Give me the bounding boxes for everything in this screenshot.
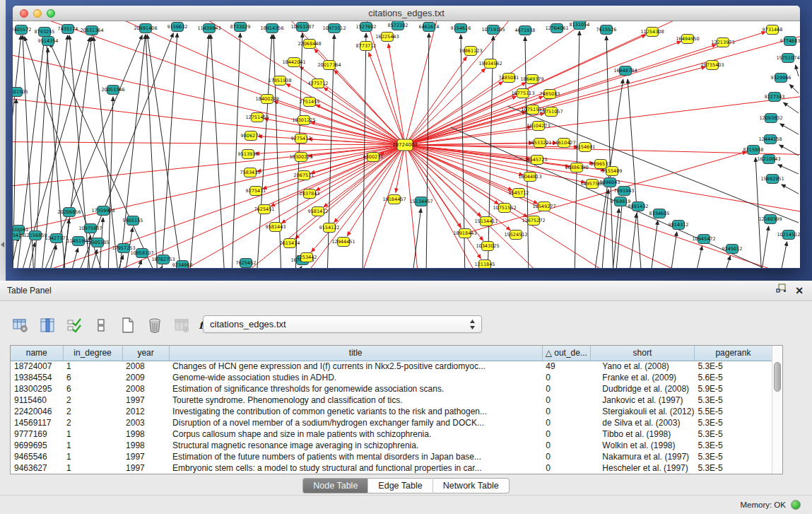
network-node[interactable]: 7615414 xyxy=(280,239,300,248)
network-node[interactable]: 1527602 xyxy=(356,23,377,32)
network-node[interactable]: 9154691 xyxy=(575,143,596,152)
network-node[interactable]: 7691943 xyxy=(614,187,635,196)
network-node[interactable]: 9234968 xyxy=(172,261,193,269)
network-node[interactable]: 12093832 xyxy=(759,114,782,123)
network-node[interactable]: 10973512 xyxy=(322,24,346,33)
network-node[interactable]: 1211845 xyxy=(475,260,495,269)
network-node[interactable]: 9774683 xyxy=(780,37,800,46)
network-node[interactable]: 12156859 xyxy=(23,231,47,240)
network-node[interactable]: 7583435 xyxy=(240,168,261,177)
network-node[interactable]: 15134457 xyxy=(409,197,433,206)
table-source-select[interactable]: citations_edges.txt xyxy=(203,315,482,333)
tab-edge-table[interactable]: Edge Table xyxy=(367,478,432,493)
cell-pagerank[interactable]: 5.3E-5 xyxy=(694,395,772,406)
cell-pagerank[interactable]: 5.3E-5 xyxy=(694,451,772,462)
cell-in_degree[interactable]: 2 xyxy=(63,395,122,406)
cell-name[interactable]: 19384554 xyxy=(11,372,63,383)
network-node[interactable]: 9513935 xyxy=(238,150,259,159)
network-node[interactable]: 19861123 xyxy=(459,47,482,56)
cell-pagerank[interactable]: 5.6E-5 xyxy=(694,372,772,383)
network-node[interactable]: 9814312 xyxy=(669,221,689,230)
network-node[interactable]: 10653287 xyxy=(290,23,314,32)
cell-year[interactable]: 2008 xyxy=(122,361,169,372)
network-node[interactable]: 7615526 xyxy=(596,25,617,35)
network-node[interactable]: 18400279 xyxy=(255,95,278,104)
network-node[interactable]: 8891432 xyxy=(628,202,649,211)
network-node[interactable]: 15751074 xyxy=(776,54,799,63)
cell-year[interactable]: 1998 xyxy=(122,428,169,440)
column-header-in_degree[interactable]: in_degree xyxy=(63,346,122,361)
cell-title[interactable]: Estimation of the future numbers of pati… xyxy=(169,451,542,462)
row-select-icon[interactable] xyxy=(65,316,83,334)
cell-short[interactable]: Tibbo et al. (1998) xyxy=(590,428,694,440)
cell-pagerank[interactable]: 5.5E-5 xyxy=(694,406,772,417)
table-scrollbar-thumb[interactable] xyxy=(774,362,781,392)
cell-out_degree[interactable]: 0 xyxy=(542,372,590,383)
network-node[interactable]: 17851938 xyxy=(268,76,291,86)
table-mode-icon[interactable] xyxy=(11,316,30,334)
cell-title[interactable]: Genome-wide association studies in ADHD. xyxy=(169,372,542,383)
network-node[interactable]: 9227343 xyxy=(765,93,785,102)
network-node[interactable]: 10751512 xyxy=(493,204,516,213)
column-header-title[interactable]: title xyxy=(169,346,542,361)
network-node[interactable]: 10975887 xyxy=(78,224,102,233)
network-node[interactable]: 12764061 xyxy=(545,24,568,33)
network-canvas[interactable]: 2405572879325574351742053136420691406915… xyxy=(13,21,800,268)
cell-out_degree[interactable]: 0 xyxy=(542,428,590,440)
cell-pagerank[interactable]: 5.9E-5 xyxy=(694,383,772,395)
cell-year[interactable]: 1997 xyxy=(122,462,169,474)
cell-name[interactable]: 9777169 xyxy=(11,428,63,440)
column-header-out_degree[interactable]: △ out_de... xyxy=(542,346,590,361)
network-node[interactable]: 19184457 xyxy=(382,195,406,204)
table-row[interactable]: 1938455462009Genome-wide association stu… xyxy=(11,372,772,383)
network-node[interactable]: 8572302 xyxy=(388,21,408,30)
close-panel-icon[interactable]: ✕ xyxy=(795,281,804,301)
network-node[interactable]: 9731468 xyxy=(763,25,783,35)
network-node[interactable]: 7485081 xyxy=(499,74,519,83)
cell-title[interactable]: Disruption of a novel member of a sodium… xyxy=(169,417,542,428)
memory-status-icon[interactable] xyxy=(791,500,801,510)
cell-name[interactable]: 9115460 xyxy=(11,395,63,406)
network-node[interactable]: 15524512 xyxy=(504,230,527,240)
cell-in_degree[interactable]: 1 xyxy=(63,361,122,372)
cell-short[interactable]: Nakamura et al. (1997) xyxy=(590,451,694,462)
cell-short[interactable]: Hescheler et al. (1997) xyxy=(590,462,694,474)
cell-out_degree[interactable]: 0 xyxy=(542,462,590,474)
network-node[interactable]: 9545712 xyxy=(509,189,529,198)
column-header-name[interactable]: name xyxy=(11,346,63,361)
network-node[interactable]: 18914356 xyxy=(260,24,283,33)
cell-in_degree[interactable]: 1 xyxy=(63,462,122,474)
table-row[interactable]: 911546021997Tourette syndrome. Phenomeno… xyxy=(11,395,772,406)
cell-short[interactable]: de Silva et al. (2003) xyxy=(590,417,694,428)
cell-pagerank[interactable]: 5.3E-5 xyxy=(694,361,772,372)
cell-name[interactable]: 9463627 xyxy=(11,462,63,474)
cell-title[interactable]: Investigating the contribution of common… xyxy=(169,406,542,417)
create-column-icon[interactable] xyxy=(119,316,137,334)
network-node[interactable]: 9581412 xyxy=(308,207,329,216)
network-node[interactable]: 9329966 xyxy=(771,74,792,83)
network-node[interactable]: 18918443 xyxy=(453,229,476,238)
table-row[interactable]: 969969511998Structural magnetic resonanc… xyxy=(11,440,772,451)
cell-pagerank[interactable]: 5.3E-5 xyxy=(694,440,772,451)
network-node[interactable]: 3915419 xyxy=(13,231,24,240)
table-scrollbar[interactable] xyxy=(772,346,782,474)
cell-short[interactable]: Yano et al. (2008) xyxy=(590,361,694,372)
network-node[interactable]: 4275712 xyxy=(308,79,329,88)
column-header-short[interactable]: short xyxy=(590,346,694,361)
network-node[interactable]: 9581443 xyxy=(266,223,286,232)
network-node[interactable]: 22068448 xyxy=(298,40,321,49)
network-node[interactable]: 10549277 xyxy=(532,202,555,211)
network-node[interactable]: 8131054 xyxy=(570,21,590,30)
cell-in_degree[interactable]: 1 xyxy=(63,451,122,462)
cell-name[interactable]: 14569117 xyxy=(11,417,63,428)
cell-name[interactable]: 9699695 xyxy=(11,440,63,451)
network-node[interactable]: 11439943 xyxy=(197,24,220,33)
cell-title[interactable]: Structural magnetic resonance image aver… xyxy=(169,440,542,451)
cell-out_degree[interactable]: 0 xyxy=(542,406,590,417)
network-node[interactable]: 9154122 xyxy=(319,223,340,233)
network-node[interactable]: 19934562 xyxy=(478,59,502,69)
network-node[interactable]: 2837843 xyxy=(300,189,320,199)
network-node[interactable]: 5905155 xyxy=(123,216,143,226)
network-node[interactable]: 12160399 xyxy=(758,215,782,224)
network-node[interactable]: 9275413 xyxy=(291,134,312,144)
